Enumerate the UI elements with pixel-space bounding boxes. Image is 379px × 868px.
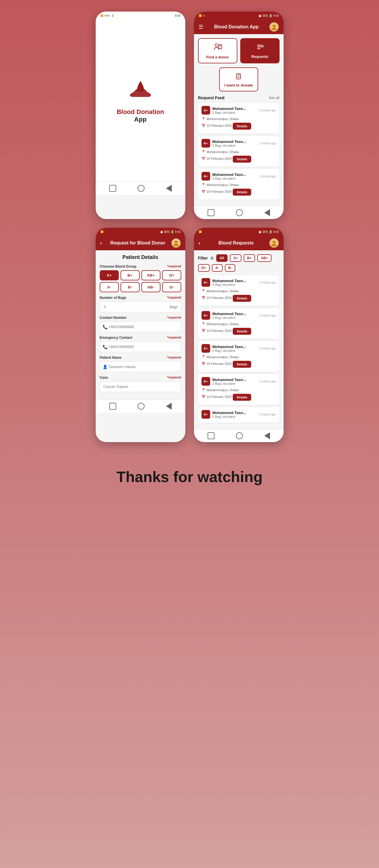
form-header: ‹ Request for Blood Donor xyxy=(96,236,185,250)
filter-b-plus[interactable]: B+ xyxy=(244,254,255,262)
bg-ab-minus[interactable]: AB- xyxy=(141,282,161,292)
card-details-3: 📍 Mohammodpur, Dhaka 📅 10 February 2024 … xyxy=(202,182,276,197)
find-donor-btn[interactable]: Find a donor xyxy=(198,38,237,63)
home-back-btn[interactable] xyxy=(264,209,270,216)
home-circle-btn[interactable] xyxy=(236,209,243,216)
form-signal-icons: 📶 xyxy=(100,230,103,233)
br-card-4: A+ Mohammod Tasn... 2 Bag | Accident 2 m… xyxy=(198,374,280,405)
br-back-btn[interactable]: ‹ xyxy=(199,240,200,246)
bg-ab-plus[interactable]: AB+ xyxy=(141,270,161,280)
filter-o-plus[interactable]: O+ xyxy=(198,264,210,272)
request-card-3: A+ Mohammod Tasn... 2 Bag | Accident 2 m… xyxy=(198,169,280,199)
filter-icon: ⚙ xyxy=(210,256,214,260)
request-card-2: A+ Mohammod Tasn... 2 Bag | Accident 2 m… xyxy=(198,136,280,167)
card-left-2: A+ Mohammod Tasn... 2 Bag | Accident xyxy=(202,139,246,148)
details-btn-3[interactable]: Details xyxy=(233,189,251,195)
menu-icon[interactable]: ☰ xyxy=(199,24,203,30)
bg-b-minus[interactable]: B- xyxy=(120,282,140,292)
br-details-4[interactable]: Details xyxy=(233,394,251,401)
date-text-1: 10 February 2024 xyxy=(207,124,232,127)
battery-icon: 🔋 xyxy=(111,14,114,17)
user-avatar[interactable] xyxy=(269,22,279,32)
br-square-btn[interactable] xyxy=(208,432,214,439)
case-label: Case *required xyxy=(100,376,181,380)
form-avatar[interactable] xyxy=(171,239,181,248)
donate-row: I want to donate xyxy=(198,67,280,91)
bg-o-minus[interactable]: O- xyxy=(162,282,181,292)
br-nav-bar xyxy=(194,429,284,442)
filter-a-minus[interactable]: A- xyxy=(212,264,222,272)
br-signal-icons: 📶 xyxy=(199,230,202,233)
form-header-title: Request for Blood Donor xyxy=(110,241,165,246)
br-status-bar: 📶 ⏰ 56% 🔋 9:43 xyxy=(194,228,284,236)
bags-suffix: Bags xyxy=(170,305,177,309)
location-text-1: Mohammodpur, Dhaka xyxy=(207,117,239,121)
bg-a-plus[interactable]: A+ xyxy=(100,270,119,280)
br-avatar[interactable] xyxy=(269,239,279,248)
bg-a-minus[interactable]: A- xyxy=(100,282,119,292)
location-icon-2: 📍 xyxy=(202,150,206,154)
blood-group-label: Choosse Blood Group *required xyxy=(100,265,181,269)
bags-label: Number of Bags *required xyxy=(100,296,181,300)
filter-all[interactable]: All xyxy=(216,254,228,262)
see-all-link[interactable]: See all xyxy=(269,96,280,100)
br-time-1: 2 minute ago xyxy=(259,281,276,284)
action-buttons: Find a donor Requests xyxy=(198,38,280,63)
bags-input[interactable] xyxy=(100,302,181,312)
home-phone: 📶 ⊙ ⏰ 56% 🔋 9:43 ☰ Blood Donation App xyxy=(194,11,284,219)
emergency-input-wrap: 📞 xyxy=(100,341,181,352)
card-info-name-1: Mohammod Tasn... 2 Bag | Accident xyxy=(212,106,246,114)
location-icon-3: 📍 xyxy=(202,183,206,187)
br-card-1: A+ Mohammod Tasn... 2 Bag | Accident 2 m… xyxy=(198,275,280,306)
filter-b-minus[interactable]: B- xyxy=(225,264,236,272)
donor-type-2: 2 Bag | Accident xyxy=(212,144,246,147)
home-signal-icons: 📶 ⊙ xyxy=(199,14,205,17)
br-details-3[interactable]: Details xyxy=(233,361,251,368)
square-nav-btn[interactable] xyxy=(109,185,116,192)
filter-label: Filter xyxy=(198,256,208,260)
emergency-input[interactable] xyxy=(100,341,181,352)
br-back-nav-btn[interactable] xyxy=(264,432,270,439)
donate-btn[interactable]: I want to donate xyxy=(219,67,258,91)
card-left-3: A+ Mohammod Tasn... 2 Bag | Accident xyxy=(202,172,246,181)
request-card-1: A+ Mohammod Tasn... 2 Bag | Accident 2 m… xyxy=(198,103,280,134)
form-circle-btn[interactable] xyxy=(138,403,144,410)
card-top-3: A+ Mohammod Tasn... 2 Bag | Accident 2 m… xyxy=(202,172,276,181)
case-input[interactable] xyxy=(100,381,181,392)
form-square-btn[interactable] xyxy=(109,403,116,410)
find-donor-label: Find a donor xyxy=(206,55,229,59)
form-back-btn[interactable]: ‹ xyxy=(100,240,102,246)
date-text-2: 10 February 2024 xyxy=(207,157,232,160)
form-back-nav-btn[interactable] xyxy=(166,403,172,410)
br-type-1: 2 Bag | Accident xyxy=(212,283,246,286)
filter-a-plus[interactable]: A+ xyxy=(230,254,241,262)
contact-input[interactable] xyxy=(100,321,181,332)
cal-icon-4: 📅 xyxy=(202,395,206,399)
br-details-2[interactable]: Details xyxy=(233,328,251,335)
location-text-2: Mohammodpur, Dhaka xyxy=(207,150,239,154)
loc-icon: 📍 xyxy=(202,289,206,293)
phone-icon-emergency: 📞 xyxy=(103,345,108,349)
home-square-btn[interactable] xyxy=(208,209,214,216)
back-nav-btn[interactable] xyxy=(166,185,172,192)
thanks-section: Thanks for watching xyxy=(11,451,368,497)
br-badge-3: A+ xyxy=(202,344,210,353)
br-details-1[interactable]: Details xyxy=(233,295,251,302)
date-text-3: 10 February 2024 xyxy=(207,190,232,193)
donate-label: I want to donate xyxy=(224,83,253,87)
bg-o-plus[interactable]: O+ xyxy=(162,270,181,280)
requests-btn[interactable]: Requests xyxy=(240,38,280,63)
circle-nav-btn[interactable] xyxy=(138,185,144,192)
details-btn-1[interactable]: Details xyxy=(233,123,251,130)
card-top-1: A+ Mohammod Tasn... 2 Bag | Accident 2 m… xyxy=(202,106,276,115)
details-btn-2[interactable]: Details xyxy=(233,156,251,163)
patient-name-input[interactable] xyxy=(100,361,181,372)
filter-ab-plus[interactable]: AB+ xyxy=(257,254,271,262)
br-time-3: 2 minute ago xyxy=(259,347,276,350)
app-title: Blood Donation App xyxy=(117,108,164,123)
bg-b-plus[interactable]: B+ xyxy=(120,270,140,280)
patient-name-wrap: 👤 xyxy=(100,361,181,372)
donor-type-3: 2 Bag | Accident xyxy=(212,177,246,180)
br-circle-btn[interactable] xyxy=(236,432,243,439)
br-time-4: 2 minute ago xyxy=(259,380,276,383)
